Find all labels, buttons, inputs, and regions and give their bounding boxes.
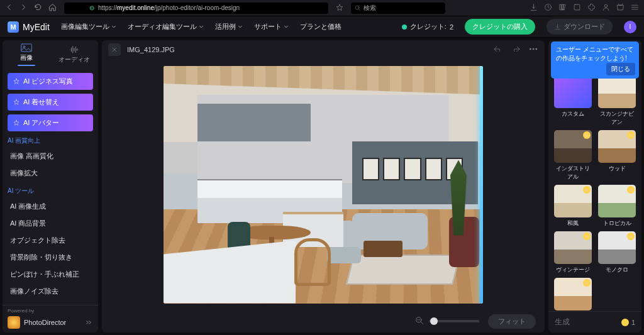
toast-message: ユーザー メニューですべての作品をチェックしよう! — [556, 46, 633, 62]
photodirector-link[interactable]: PhotoDirector — [8, 316, 93, 329]
styles-grid[interactable]: カスタムスカンジナビアン☺インダストリアル☺ウッド☺和風☺トロピカル☺ヴィンテー… — [548, 40, 641, 311]
sidebar-tab-audio-label: オーディオ — [58, 55, 90, 64]
style-card-2[interactable]: ☺インダストリアル — [553, 130, 592, 181]
generate-bar: 生成 1 — [548, 311, 641, 332]
style-label: ヴィンテージ — [556, 266, 590, 274]
url-bar[interactable]: ⊖ https://myedit.online/jp/photo-editor/… — [64, 3, 328, 14]
sidebar-item-bg-remove[interactable]: 背景削除・切り抜き — [8, 249, 93, 266]
zoom-slider[interactable] — [429, 320, 479, 322]
cat-quality: AI 画質向上 — [8, 136, 93, 145]
style-card-1[interactable]: スカンジナビアン — [597, 75, 636, 126]
redo-icon[interactable] — [511, 45, 521, 55]
svg-point-7 — [530, 48, 531, 50]
pro-badge-icon: ☺ — [627, 233, 635, 240]
style-card-8[interactable]: ☺ボヘミアン — [553, 278, 592, 311]
style-card-5[interactable]: ☺トロピカル — [597, 185, 636, 228]
toast-close-button[interactable]: 閉じる — [606, 63, 635, 75]
home-icon[interactable] — [48, 3, 57, 13]
pro-badge-icon: ☺ — [583, 233, 591, 240]
nav-plans[interactable]: プランと価格 — [300, 22, 341, 31]
photodirector-label: PhotoDirector — [24, 319, 80, 326]
account-icon[interactable] — [602, 3, 610, 13]
style-label: 和風 — [567, 219, 579, 228]
sidebar: 画像 オーディオ AI ビジネス写真 AI 着せ替え AI アバター AI 画質… — [3, 40, 98, 332]
style-label: モノクロ — [606, 266, 628, 274]
lock-icon — [79, 4, 86, 12]
sidebar-ai-dressup[interactable]: AI 着せ替え — [8, 94, 93, 111]
forward-icon[interactable] — [19, 3, 28, 13]
extension-box-icon[interactable] — [573, 3, 581, 13]
user-menu-toast: ユーザー メニューですべての作品をチェックしよう! 閉じる — [551, 41, 639, 79]
fit-button[interactable]: フィット — [488, 314, 536, 329]
style-card-7[interactable]: ☺モノクロ — [597, 231, 636, 274]
style-thumb: ☺ — [554, 130, 592, 163]
zoom-control — [415, 316, 479, 326]
nav-image-tools[interactable]: 画像編集ツール — [61, 22, 116, 31]
buy-credits-button[interactable]: クレジットの購入 — [465, 19, 535, 35]
history-icon[interactable] — [544, 3, 552, 13]
close-file-button[interactable] — [108, 43, 121, 56]
nav-usecases[interactable]: 活用例 — [215, 22, 243, 31]
reload-icon[interactable] — [34, 3, 42, 13]
pro-badge-icon: ☺ — [627, 186, 635, 194]
sidebar-tab-image-label: 画像 — [20, 53, 33, 62]
nav-audio-tools[interactable]: オーディオ編集ツール — [128, 22, 204, 31]
bookmark-icon[interactable] — [336, 4, 343, 13]
nav-support[interactable]: サポート — [254, 22, 289, 31]
sidebar-item-upscale[interactable]: 画像 高画質化 — [8, 148, 93, 165]
svg-point-4 — [604, 4, 607, 7]
canvas-body[interactable] — [102, 59, 545, 310]
sidebar-scroll[interactable]: AI ビジネス写真 AI 着せ替え AI アバター AI 画質向上 画像 高画質… — [3, 69, 98, 305]
brand[interactable]: M MyEdit — [8, 21, 50, 33]
sidebar-tab-audio[interactable]: オーディオ — [50, 40, 98, 69]
credit-label: クレジット: — [410, 22, 447, 31]
user-avatar[interactable]: I — [624, 21, 636, 33]
browser-search[interactable]: 検索 — [351, 3, 445, 14]
puzzle-icon[interactable] — [587, 3, 596, 13]
canvas-bottombar: フィット — [102, 310, 545, 332]
style-thumb: ☺ — [554, 231, 592, 264]
download-button[interactable]: ダウンロード — [547, 19, 613, 35]
pro-badge-icon: ☺ — [583, 279, 591, 287]
room-image — [164, 66, 483, 304]
sidebar-item-product-bg[interactable]: AI 商品背景 — [8, 215, 93, 232]
logo-icon: M — [8, 21, 19, 33]
style-thumb — [598, 75, 636, 108]
canvas-toolbar: IMG_4129.JPG — [102, 40, 545, 59]
sidebar-item-enlarge[interactable]: 画像拡大 — [8, 165, 93, 182]
pro-badge-icon: ☺ — [583, 131, 591, 139]
generate-button[interactable]: 生成 — [555, 317, 616, 327]
filename: IMG_4129.JPG — [127, 46, 175, 53]
sidebar-ai-avatar[interactable]: AI アバター — [8, 114, 93, 131]
app-topbar: M MyEdit 画像編集ツール オーディオ編集ツール 活用例 サポート プラン… — [0, 16, 644, 38]
download-icon[interactable] — [530, 3, 538, 13]
app-menu-icon[interactable] — [631, 3, 639, 13]
svg-point-6 — [23, 46, 25, 48]
sidebar-item-denoise[interactable]: 画像ノイズ除去 — [8, 283, 93, 300]
zoom-out-icon[interactable] — [415, 316, 424, 326]
style-card-6[interactable]: ☺ヴィンテージ — [553, 231, 592, 274]
sidebar-tab-image[interactable]: 画像 — [3, 40, 50, 69]
sidebar-item-generate[interactable]: AI 画像生成 — [8, 198, 93, 215]
back-icon[interactable] — [5, 3, 13, 13]
style-label: インダストリアル — [553, 165, 592, 181]
sidebar-item-deblur[interactable]: ピンぼけ・手ぶれ補正 — [8, 266, 93, 283]
powered-by-label: Powered by — [8, 308, 93, 314]
library-icon[interactable] — [558, 3, 567, 13]
undo-icon[interactable] — [493, 45, 503, 55]
style-card-0[interactable]: カスタム — [553, 75, 592, 126]
top-nav: 画像編集ツール オーディオ編集ツール 活用例 サポート プランと価格 — [61, 22, 341, 31]
style-thumb — [554, 75, 592, 108]
style-card-3[interactable]: ☺ウッド — [597, 130, 636, 181]
more-icon[interactable] — [528, 45, 538, 55]
style-thumb: ☺ — [598, 130, 636, 163]
svg-point-9 — [536, 48, 537, 50]
sidebar-item-object-remove[interactable]: オブジェクト除去 — [8, 232, 93, 249]
style-thumb: ☺ — [554, 185, 592, 217]
credit-display: クレジット: 2 — [402, 22, 453, 31]
credit-dot-icon — [402, 25, 407, 30]
shopping-icon[interactable] — [616, 3, 625, 13]
style-thumb: ☺ — [598, 231, 636, 264]
style-card-4[interactable]: ☺和風 — [553, 185, 592, 228]
sidebar-ai-business[interactable]: AI ビジネス写真 — [8, 73, 93, 90]
